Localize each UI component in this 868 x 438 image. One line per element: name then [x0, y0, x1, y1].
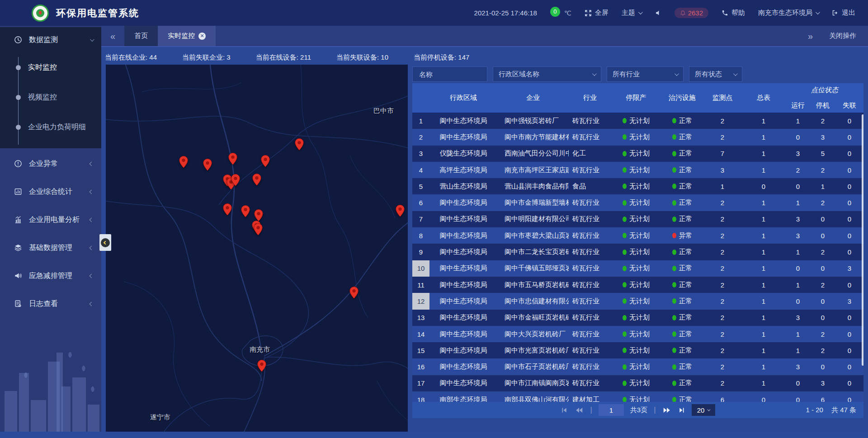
- map-pin-icon[interactable]: [395, 204, 405, 219]
- last-page-icon[interactable]: [678, 407, 685, 414]
- region-filter-select[interactable]: 行政区域名称: [493, 66, 601, 82]
- next-page-icon[interactable]: [662, 407, 671, 414]
- map-pin-icon[interactable]: [252, 173, 262, 188]
- table-row[interactable]: 18南部生态环境局南部县双佛山河有限公建材加工无计划正常60060: [412, 391, 863, 402]
- notification-badge[interactable]: 2632: [675, 8, 708, 18]
- map-pin-icon[interactable]: [231, 174, 240, 188]
- sidebar-item[interactable]: 应急减排管理: [0, 263, 101, 288]
- status-dot-icon: [623, 298, 627, 304]
- table-scrollbar[interactable]: [862, 114, 863, 366]
- table-row[interactable]: 17阆中生态环境局阆中市江南镇阆南页岩砖瓦行业无计划正常21030: [412, 375, 863, 391]
- map-pin-icon[interactable]: [203, 159, 212, 173]
- map-pin-icon[interactable]: [349, 287, 359, 301]
- table-row[interactable]: 6阆中生态环境局阆中市金博瑞新型墙材砖瓦行业无计划正常21120: [412, 194, 863, 211]
- temperature-unit: ℃: [564, 9, 571, 17]
- tab[interactable]: 首页: [124, 26, 158, 46]
- limit-status-cell: 无计划: [611, 358, 661, 375]
- name-filter-input[interactable]: [418, 70, 481, 79]
- table-row[interactable]: 13阆中生态环境局阆中市金福旺页岩机砖砖瓦行业无计划正常21300: [412, 310, 863, 326]
- prev-page-icon[interactable]: [575, 407, 584, 414]
- col-header: 停机: [810, 101, 835, 110]
- sidebar-item[interactable]: 企业综合统计: [0, 179, 101, 204]
- row-number-cell: 16: [412, 358, 429, 375]
- table-body: 1阆中生态环境局阆中强锐页岩砖厂砖瓦行业无计划正常211202阆中生态环境局阆中…: [412, 113, 863, 402]
- map-pin-icon[interactable]: [228, 153, 238, 167]
- status-dot-icon: [623, 282, 627, 287]
- sidebar-item[interactable]: 数据监测: [0, 27, 101, 52]
- chevron-down-icon: [638, 10, 643, 14]
- table-row[interactable]: 10阆中生态环境局阆中千佛镇五郎垭页岩砖瓦行业无计划正常21003: [412, 260, 863, 277]
- industry-filter-select[interactable]: 所有行业: [607, 66, 684, 82]
- row-number-cell: 13: [412, 310, 429, 326]
- map-pin-icon[interactable]: [253, 223, 263, 238]
- sidebar-group: 应急减排管理: [0, 263, 101, 288]
- table-row[interactable]: 2阆中生态环境局阆中市南方节能建材有砖瓦行业无计划正常21030: [412, 129, 863, 145]
- table-row[interactable]: 3仪陇生态环境局西南油气田分公司川中化工无计划正常71350: [412, 146, 863, 162]
- table-row[interactable]: 5营山生态环境局营山县润丰肉食品有限食品无计划正常10010: [412, 178, 863, 194]
- page-size-select[interactable]: 20: [692, 404, 715, 416]
- map-pin-icon[interactable]: [257, 359, 266, 374]
- region-cell: 阆中生态环境局: [429, 326, 497, 342]
- company-cell: 阆中大兴页岩机砖厂: [497, 326, 569, 342]
- table-row[interactable]: 9阆中生态环境局阆中市二龙长宝页岩砖砖瓦行业无计划正常21120: [412, 244, 863, 260]
- map-pin-icon[interactable]: [261, 155, 270, 170]
- table-row[interactable]: 4高坪生态环境局南充市高坪区王家店建砖瓦行业无计划正常31220: [412, 162, 863, 178]
- sidebar-item[interactable]: 企业异常: [0, 151, 101, 176]
- table-row[interactable]: 16阆中生态环境局阆中市石子页岩机砖厂砖瓦行业无计划正常21300: [412, 358, 863, 375]
- tabs-scroll-right-icon[interactable]: »: [808, 32, 813, 41]
- sidebar-item[interactable]: 企业用电量分析: [0, 207, 101, 232]
- lost-count-cell: 0: [835, 375, 863, 391]
- datetime: 2021-02-25 17:46:18: [474, 9, 537, 17]
- sidebar-collapse-button[interactable]: [99, 234, 111, 251]
- region-cell: 阆中生态环境局: [429, 211, 497, 227]
- stopped-count-cell: 2: [810, 277, 835, 293]
- alert-icon: [14, 159, 23, 168]
- row-number-cell: 14: [412, 326, 429, 342]
- notification-count: 2632: [688, 9, 703, 17]
- sidebar-item-label: 日志查看: [29, 299, 90, 309]
- tab[interactable]: 实时监控✕: [158, 26, 216, 46]
- sidebar-group: 企业综合统计: [0, 179, 101, 204]
- industry-cell: 食品: [569, 178, 611, 194]
- close-operations-button[interactable]: 关闭操作: [829, 32, 856, 40]
- lost-count-cell: 3: [835, 293, 863, 309]
- sidebar-item[interactable]: 日志查看: [0, 291, 101, 316]
- map-panel[interactable]: 巴中市南充市遂宁市: [106, 65, 408, 432]
- sidebar-subitem[interactable]: 企业电力负荷明细: [0, 112, 101, 142]
- pagination-bar: | 共3页 | 20 1 - 20: [412, 402, 863, 418]
- status-filter-select[interactable]: 所有状态: [689, 66, 742, 82]
- tabs-scroll-left-icon[interactable]: «: [101, 32, 124, 41]
- sound-toggle[interactable]: [655, 9, 661, 16]
- fullscreen-button[interactable]: 全屏: [585, 9, 609, 17]
- table-row[interactable]: 11阆中生态环境局阆中市五马桥页岩机砖砖瓦行业无计划正常21120: [412, 277, 863, 293]
- table-row[interactable]: 7阆中生态环境局阆中明阳建材有限公司砖瓦行业无计划正常21300: [412, 211, 863, 227]
- map-pin-icon[interactable]: [179, 156, 189, 170]
- table-row[interactable]: 14阆中生态环境局阆中大兴页岩机砖厂砖瓦行业无计划正常21120: [412, 326, 863, 342]
- theme-dropdown[interactable]: 主题: [622, 9, 642, 17]
- map-pin-icon[interactable]: [241, 205, 250, 220]
- tab-close-icon[interactable]: ✕: [198, 33, 206, 40]
- page-number-input[interactable]: [599, 404, 624, 416]
- stopped-count-cell: 0: [810, 211, 835, 227]
- monitor-count-cell: 2: [703, 113, 741, 129]
- table-row[interactable]: 12阆中生态环境局阆中市忠信建材有限公砖瓦行业无计划正常21003: [412, 293, 863, 309]
- sidebar-subitem[interactable]: 视频监控: [0, 82, 101, 112]
- map-pin-icon[interactable]: [223, 203, 232, 217]
- org-dropdown[interactable]: 南充市生态环境局: [758, 9, 819, 17]
- monitor-count-cell: 2: [703, 358, 741, 375]
- col-header: 总表: [741, 83, 786, 113]
- map-pin-icon[interactable]: [295, 138, 304, 152]
- sidebar-item[interactable]: 基础数据管理: [0, 235, 101, 260]
- sidebar-subitem[interactable]: 实时监控: [0, 52, 101, 82]
- first-page-icon[interactable]: [561, 407, 568, 414]
- help-button[interactable]: 帮助: [722, 9, 745, 17]
- lost-count-cell: 0: [835, 391, 863, 402]
- running-count-cell: 1: [786, 113, 810, 129]
- name-filter-field[interactable]: [412, 66, 487, 82]
- limit-status-cell: 无计划: [611, 129, 661, 145]
- table-row[interactable]: 1阆中生态环境局阆中强锐页岩砖厂砖瓦行业无计划正常21120: [412, 113, 863, 129]
- running-count-cell: 0: [786, 375, 810, 391]
- logout-button[interactable]: 退出: [832, 9, 855, 17]
- table-row[interactable]: 15阆中生态环境局阆中市光富页岩机砖厂砖瓦行业无计划正常21120: [412, 342, 863, 358]
- table-row[interactable]: 8阆中生态环境局阆中市枣碧大梁山页岩砖瓦行业无计划异常21300: [412, 227, 863, 244]
